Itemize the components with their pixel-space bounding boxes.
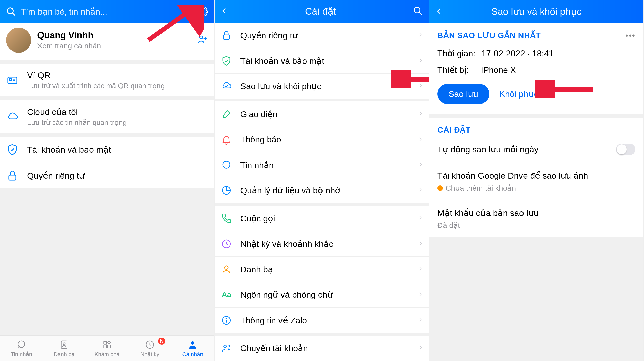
svg-rect-5 xyxy=(9,79,11,81)
svg-rect-13 xyxy=(107,345,110,348)
settings-language-font[interactable]: Aa Ngôn ngữ và phông chữ xyxy=(215,282,429,307)
cloud-icon xyxy=(6,111,19,123)
settings-about[interactable]: Thông tin về Zalo xyxy=(215,308,429,333)
tab-discover[interactable]: Khám phá xyxy=(86,336,129,361)
backup-button[interactable]: Sao lưu xyxy=(437,84,489,104)
brush-icon xyxy=(219,107,234,121)
tab-timeline[interactable]: N Nhật ký xyxy=(129,336,171,361)
contacts-icon xyxy=(59,339,70,350)
profile-sub: Xem trang cá nhân xyxy=(37,42,197,50)
svg-line-1 xyxy=(12,13,15,15)
back-icon[interactable] xyxy=(435,6,443,18)
settings-notifications[interactable]: Thông báo xyxy=(215,127,429,152)
tab-contacts[interactable]: Danh bạ xyxy=(43,336,86,361)
svg-point-3 xyxy=(200,36,203,39)
settings-backup-restore[interactable]: Sao lưu và khôi phục xyxy=(215,74,429,99)
header-bar: Cài đặt xyxy=(215,0,429,23)
menu-title: Ví QR xyxy=(27,70,208,80)
menu-my-cloud[interactable]: Cloud của tôi Lưu trữ các tin nhắn quan … xyxy=(0,100,214,133)
settings-contacts[interactable]: Danh bạ xyxy=(215,257,429,282)
chevron-right-icon xyxy=(418,186,423,194)
grid-icon xyxy=(102,339,113,350)
pie-icon xyxy=(219,183,234,198)
bell-icon xyxy=(219,132,234,147)
svg-line-19 xyxy=(419,12,422,15)
settings-account-security[interactable]: Tài khoản và bảo mật xyxy=(215,48,429,74)
svg-point-2 xyxy=(201,10,204,13)
svg-point-18 xyxy=(414,7,420,13)
section-latest-backup: BẢN SAO LƯU GẦN NHẤT xyxy=(437,31,541,40)
avatar xyxy=(6,28,31,53)
contacts-icon xyxy=(219,262,234,277)
profile-screen: Quang Vinhh Xem trang cá nhân Ví QR Lưu … xyxy=(0,0,215,361)
menu-title: Quyền riêng tư xyxy=(27,171,208,181)
lock-icon xyxy=(6,169,19,182)
lock-icon xyxy=(219,28,234,43)
restore-button[interactable]: Khôi phục xyxy=(499,89,538,99)
header-bar: Sao lưu và khôi phục xyxy=(429,0,643,23)
device-value: iPhone X xyxy=(481,65,516,75)
profile-row[interactable]: Quang Vinhh Xem trang cá nhân xyxy=(0,23,214,60)
svg-point-28 xyxy=(224,345,227,348)
svg-rect-20 xyxy=(223,35,230,39)
header-bar xyxy=(0,0,214,23)
chevron-right-icon xyxy=(418,291,423,299)
settings-privacy[interactable]: Quyền riêng tư xyxy=(215,23,429,48)
shield-icon xyxy=(6,143,19,156)
chevron-right-icon xyxy=(418,316,423,324)
person-icon xyxy=(187,339,198,350)
time-label: Thời gian: xyxy=(437,48,479,58)
warning-icon: ! xyxy=(437,185,443,191)
menu-title: Cloud của tôi xyxy=(27,107,208,117)
search-icon[interactable] xyxy=(6,7,16,17)
settings-timeline[interactable]: Nhật ký và khoảnh khắc xyxy=(215,231,429,257)
chat-icon xyxy=(16,339,27,350)
settings-data-storage[interactable]: Quản lý dữ liệu và bộ nhớ xyxy=(215,178,429,203)
settings-icon[interactable] xyxy=(197,6,208,17)
qr-icon xyxy=(6,74,19,86)
setting-auto-backup[interactable]: Tự động sao lưu mỗi ngày xyxy=(429,136,643,163)
menu-account-security[interactable]: Tài khoản và bảo mật xyxy=(0,137,214,163)
svg-point-0 xyxy=(7,8,13,14)
menu-title: Tài khoản và bảo mật xyxy=(27,145,208,155)
switch-icon xyxy=(219,341,234,355)
menu-sub: Lưu trữ và xuất trình các mã QR quan trọ… xyxy=(27,82,208,90)
chevron-right-icon xyxy=(418,214,423,222)
settings-screen: Cài đặt Quyền riêng tư Tài khoản và bảo … xyxy=(215,0,429,361)
section-settings: CÀI ĐẶT xyxy=(437,125,635,135)
shield-icon xyxy=(219,54,234,68)
tab-messages[interactable]: Tin nhắn xyxy=(0,336,43,361)
search-input[interactable] xyxy=(21,7,197,17)
clock-icon xyxy=(219,237,234,251)
settings-switch-account[interactable]: Chuyển tài khoản xyxy=(215,336,429,361)
menu-privacy[interactable]: Quyền riêng tư xyxy=(0,163,214,189)
profile-name: Quang Vinhh xyxy=(37,30,197,41)
chevron-right-icon xyxy=(418,265,423,273)
header-title: Cài đặt xyxy=(228,6,413,17)
svg-point-24 xyxy=(225,266,228,269)
setting-backup-password[interactable]: Mật khẩu của bản sao lưu Đã đặt xyxy=(429,200,643,237)
more-icon[interactable]: ••• xyxy=(625,31,635,40)
time-value: 17-02-2022 · 18:41 xyxy=(481,48,553,58)
chevron-right-icon xyxy=(418,82,423,90)
search-icon[interactable] xyxy=(413,6,423,17)
setting-google-drive[interactable]: Tài khoản Google Drive để sao lưu ảnh ! … xyxy=(429,163,643,200)
badge: N xyxy=(158,338,165,345)
settings-messages[interactable]: Tin nhắn xyxy=(215,152,429,178)
svg-rect-14 xyxy=(104,345,107,348)
menu-qr-wallet[interactable]: Ví QR Lưu trữ và xuất trình các mã QR qu… xyxy=(0,64,214,97)
settings-calls[interactable]: Cuộc gọi xyxy=(215,206,429,231)
info-icon xyxy=(219,313,234,328)
toggle-off[interactable] xyxy=(616,144,635,155)
back-icon[interactable] xyxy=(221,5,228,17)
chevron-right-icon xyxy=(418,136,423,144)
chevron-right-icon xyxy=(418,57,423,65)
device-label: Thiết bị: xyxy=(437,65,479,75)
switch-account-icon[interactable] xyxy=(197,34,208,46)
menu-sub: Lưu trữ các tin nhắn quan trọng xyxy=(27,118,208,127)
chevron-right-icon xyxy=(418,161,423,169)
svg-rect-8 xyxy=(9,175,16,180)
tab-me[interactable]: Cá nhân xyxy=(171,336,214,361)
header-title: Sao lưu và khôi phục xyxy=(443,6,630,17)
settings-appearance[interactable]: Giao diện xyxy=(215,101,429,127)
